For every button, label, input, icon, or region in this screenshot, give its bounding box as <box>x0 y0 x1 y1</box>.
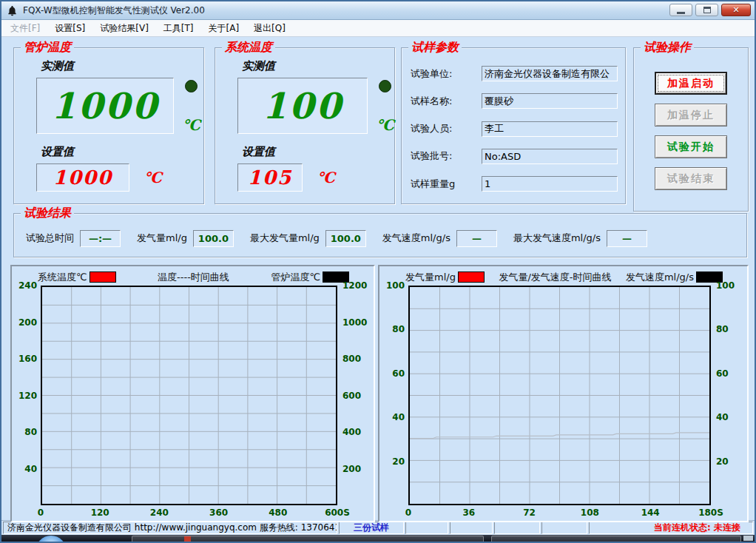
system-group-title: 系统温度 <box>222 40 275 55</box>
window-title: FQX-W型微机控制智能发气性测试仪 Ver2.00 <box>23 4 205 17</box>
gas-rate-label: 发气速度ml/g/s <box>382 232 450 245</box>
status-sample-mode: 三份试样 <box>339 522 404 534</box>
axis-tick-label: 40 <box>16 464 37 474</box>
test-results-group: 试验结果 试验总时间 —:— 发气量ml/g 100.0 最大发气量ml/g 1… <box>13 213 747 257</box>
status-empty-panel <box>405 522 448 534</box>
maximize-button[interactable] <box>695 4 718 16</box>
system-status-led-icon <box>379 80 391 92</box>
y-axis-left: 2402001601208040 <box>16 286 41 505</box>
axis-tick-label: 600S <box>325 507 350 518</box>
axis-tick-label: 480 <box>269 507 287 518</box>
furnace-measured-label: 实测值 <box>41 59 203 73</box>
axis-tick-label: 200 <box>342 464 370 474</box>
batch-no-field[interactable] <box>482 149 618 164</box>
menu-file: 文件[F] <box>3 22 47 35</box>
axis-tick-label: 60 <box>383 368 405 379</box>
system-temp-group: 系统温度 实测值 100 ℃ 设置值 105 ℃ <box>215 47 395 204</box>
menu-test-results[interactable]: 试验结果[V] <box>92 22 156 35</box>
max-gas-volume-value: 100.0 <box>325 230 366 247</box>
y-axis-right: 10080604020 <box>711 286 743 505</box>
axis-tick-label: 108 <box>581 507 599 518</box>
taskbar-window-button[interactable] <box>491 536 741 542</box>
legend-furnace-temp: 管炉温度℃ <box>271 271 349 284</box>
sample-weight-label: 试样重量g <box>411 178 482 191</box>
status-empty-panel <box>541 522 587 534</box>
furnace-status-led-icon <box>185 80 198 92</box>
axis-tick-label: 60 <box>716 368 743 379</box>
title-bar[interactable]: FQX-W型微机控制智能发气性测试仪 Ver2.00 ✕ <box>1 1 755 20</box>
legend-gas-volume: 发气量ml/g <box>405 271 485 284</box>
test-start-button[interactable]: 试验开始 <box>655 135 727 158</box>
max-gas-volume-label: 最大发气量ml/g <box>250 232 320 245</box>
application-window: FQX-W型微机控制智能发气性测试仪 Ver2.00 ✕ 文件[F] 设置[S]… <box>0 0 756 543</box>
system-set-value: 105 <box>248 166 292 189</box>
status-bar: 济南金光仪器设备制造有限公司 http://www.jinguangyq.com… <box>1 520 755 535</box>
test-unit-label: 试验单位: <box>411 67 482 81</box>
total-time-label: 试验总时间 <box>26 232 74 245</box>
sample-weight-field[interactable] <box>482 176 618 192</box>
window-controls: ✕ <box>669 4 751 16</box>
system-set-display: 105 <box>237 163 303 192</box>
axis-tick-label: 600 <box>342 391 370 401</box>
menu-about[interactable]: 关于[A] <box>201 22 247 35</box>
gas-volume-label: 发气量ml/g <box>137 232 187 245</box>
test-end-button: 试验结束 <box>655 167 727 190</box>
axis-tick-label: 20 <box>383 456 405 467</box>
legend-label: 系统温度℃ <box>38 271 87 284</box>
test-unit-field[interactable] <box>482 66 618 81</box>
menu-tools[interactable]: 工具[T] <box>156 22 201 35</box>
show-desktop-button[interactable] <box>743 536 753 541</box>
system-measured-unit: ℃ <box>377 116 394 134</box>
menu-exit[interactable]: 退出[Q] <box>246 22 293 35</box>
axis-tick-label: 160 <box>16 354 37 364</box>
axis-tick-label: 180S <box>698 507 723 518</box>
app-icon <box>6 4 18 17</box>
menu-settings[interactable]: 设置[S] <box>47 22 92 35</box>
operator-field[interactable] <box>482 121 618 137</box>
axis-tick-label: 400 <box>342 427 370 437</box>
system-measured-display: 100 <box>237 78 368 134</box>
axis-tick-label: 0 <box>405 507 411 518</box>
start-orb-icon[interactable] <box>36 536 67 542</box>
legend-swatch-red-icon <box>458 272 485 283</box>
axis-tick-label: 80 <box>716 324 743 334</box>
axis-tick-label: 240 <box>150 507 169 518</box>
y-axis-right: 12001000800600400200 <box>337 286 370 505</box>
sample-name-field[interactable] <box>482 93 618 109</box>
close-button[interactable]: ✕ <box>721 4 751 16</box>
heating-start-button[interactable]: 加温启动 <box>655 72 727 95</box>
gas-chart-title: 发气量/发气速度-时间曲线 <box>499 271 611 284</box>
total-time-value: —:— <box>80 230 121 247</box>
axis-tick-label: 40 <box>716 412 743 422</box>
furnace-group-title: 管炉温度 <box>21 40 74 55</box>
furnace-measured-display: 1000 <box>36 78 174 134</box>
legend-label: 管炉温度℃ <box>271 271 320 284</box>
heating-stop-button: 加温停止 <box>655 104 727 127</box>
system-set-unit: ℃ <box>317 169 335 186</box>
legend-gas-rate: 发气速度ml/g/s <box>626 271 723 284</box>
axis-tick-label: 20 <box>716 456 743 467</box>
system-measured-value: 100 <box>262 85 342 127</box>
axis-tick-label: 100 <box>383 280 405 291</box>
test-operations-group: 试验操作 加温启动 加温停止 试验开始 试验结束 <box>633 47 749 212</box>
minimize-button[interactable] <box>669 4 692 16</box>
plot-area <box>41 286 337 505</box>
system-measured-label: 实测值 <box>242 59 394 73</box>
axis-tick-label: 100 <box>716 280 743 291</box>
legend-label: 发气量ml/g <box>405 271 456 284</box>
gas-chart-panel: 发气量ml/g 发气量/发气速度-时间曲线 发气速度ml/g/s 1008060… <box>378 265 749 522</box>
legend-swatch-red-icon <box>90 272 116 283</box>
furnace-set-value: 1000 <box>53 166 112 189</box>
y-axis-left: 10080604020 <box>383 286 408 505</box>
axis-tick-label: 80 <box>383 324 405 334</box>
furnace-measured-unit: ℃ <box>183 116 200 134</box>
legend-label: 发气速度ml/g/s <box>626 271 694 284</box>
furnace-measured-value: 1000 <box>51 85 159 127</box>
axis-tick-label: 144 <box>641 507 660 518</box>
close-icon: ✕ <box>732 5 739 15</box>
axis-tick-label: 1000 <box>342 317 370 328</box>
taskbar-app-icon <box>184 536 191 542</box>
plot-area <box>408 286 711 505</box>
furnace-temp-group: 管炉温度 实测值 1000 ℃ 设置值 1000 ℃ <box>13 47 204 204</box>
status-empty-panel <box>494 522 540 534</box>
